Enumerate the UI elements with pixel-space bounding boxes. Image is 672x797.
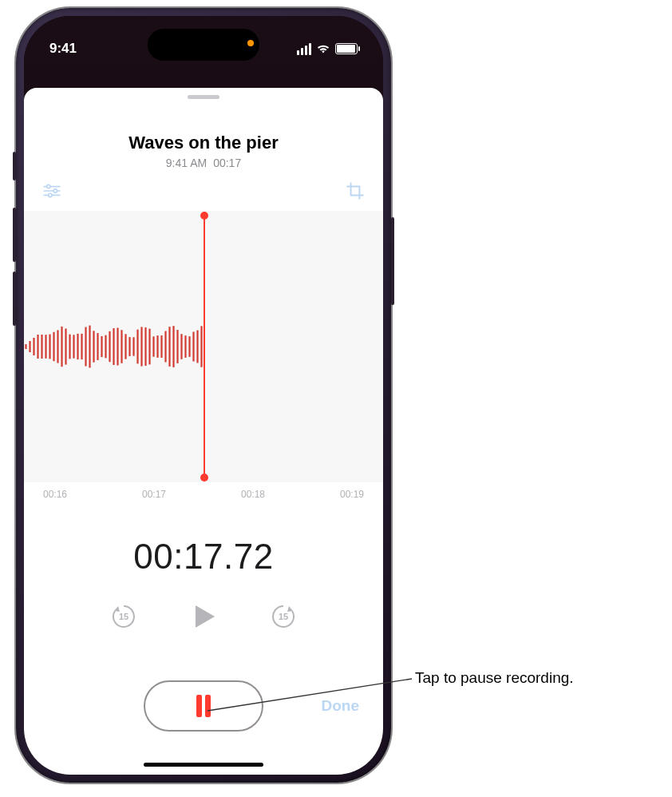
title-area: Waves on the pier 9:41 AM00:17 [24, 133, 383, 169]
settings-icon[interactable] [42, 180, 62, 204]
skip-forward-seconds: 15 [269, 602, 298, 631]
recording-sheet: Waves on the pier 9:41 AM00:17 [24, 88, 383, 775]
wifi-icon [316, 43, 330, 54]
waveform-panel[interactable] [24, 211, 383, 482]
svg-point-4 [53, 189, 57, 192]
timeline-tick: 00:18 [241, 489, 265, 500]
svg-rect-51 [196, 695, 202, 717]
home-indicator[interactable] [144, 763, 263, 767]
sheet-grabber[interactable] [188, 95, 219, 99]
recording-title: Waves on the pier [24, 133, 383, 153]
playhead[interactable] [204, 216, 205, 478]
timeline: 00:16 00:17 00:18 00:19 [24, 482, 383, 500]
phone-frame: 9:41 Waves on the pier 9:41 AM00:17 [16, 8, 391, 783]
recording-subtitle: 9:41 AM00:17 [24, 157, 383, 169]
waveform [24, 307, 204, 387]
timeline-tick: 00:19 [340, 489, 364, 500]
tool-row [24, 169, 383, 204]
svg-point-3 [47, 184, 50, 188]
screen: 9:41 Waves on the pier 9:41 AM00:17 [24, 16, 383, 775]
skip-back-seconds: 15 [109, 602, 138, 631]
callout-text: Tap to pause recording. [415, 669, 574, 687]
playback-controls: 15 15 [24, 602, 383, 631]
mute-switch [13, 152, 16, 180]
volume-up-button [13, 208, 16, 262]
svg-rect-52 [205, 695, 211, 717]
bottom-row: Done [24, 680, 383, 732]
timeline-tick: 00:17 [142, 489, 166, 500]
skip-back-button[interactable]: 15 [109, 602, 138, 631]
recording-duration: 00:17 [213, 157, 241, 169]
elapsed-time: 00:17.72 [24, 537, 383, 577]
trim-icon[interactable] [345, 180, 366, 204]
power-button [391, 217, 394, 305]
recording-time-of-day: 9:41 AM [166, 157, 207, 169]
play-button[interactable] [189, 602, 218, 631]
status-right [297, 43, 358, 55]
skip-forward-button[interactable]: 15 [269, 602, 298, 631]
status-time: 9:41 [49, 41, 77, 57]
dynamic-island [148, 29, 259, 61]
volume-down-button [13, 272, 16, 326]
pause-button[interactable] [144, 680, 263, 732]
done-button[interactable]: Done [322, 697, 360, 715]
recording-indicator-icon [247, 40, 254, 46]
svg-point-5 [49, 193, 52, 196]
battery-icon [335, 43, 358, 54]
timeline-tick: 00:16 [43, 489, 67, 500]
cellular-icon [297, 43, 311, 55]
